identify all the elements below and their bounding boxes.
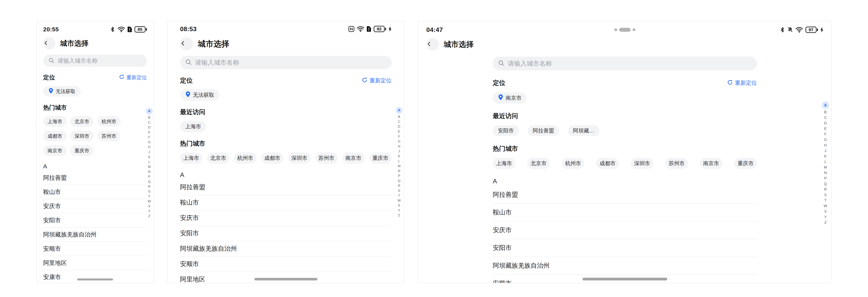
city-list-item[interactable]: 安庆市 xyxy=(493,222,757,239)
hot-city-chip[interactable]: 深圳市 xyxy=(70,131,94,141)
hot-city-chip[interactable]: 苏州市 xyxy=(315,152,338,164)
city-list-item[interactable]: 安阳市 xyxy=(43,213,147,228)
city-list-item[interactable]: 阿里地区 xyxy=(180,272,392,283)
city-list-item[interactable]: 安庆市 xyxy=(180,210,392,226)
recent-city-chip[interactable]: 上海市 xyxy=(180,121,206,132)
index-letter[interactable]: W xyxy=(148,199,151,204)
hot-city-chip[interactable]: 北京市 xyxy=(207,152,229,164)
index-letter-active[interactable]: A xyxy=(822,101,829,109)
hot-city-chip[interactable]: 上海市 xyxy=(493,158,516,169)
index-letter[interactable]: Z xyxy=(824,220,827,225)
index-letter[interactable]: L xyxy=(148,159,150,164)
index-letter[interactable]: D xyxy=(398,124,400,129)
index-letter[interactable]: F xyxy=(148,135,150,140)
hot-city-chip[interactable]: 重庆市 xyxy=(369,152,392,164)
index-letter[interactable]: E xyxy=(824,126,827,131)
back-button[interactable] xyxy=(426,38,439,51)
recent-city-chip[interactable]: 阿坝藏… xyxy=(568,125,599,136)
index-letter[interactable]: Q xyxy=(398,178,400,183)
city-list-item[interactable]: 阿坝藏族羌族自治州 xyxy=(180,241,392,257)
index-letter[interactable]: R xyxy=(398,183,400,188)
index-letter[interactable]: E xyxy=(148,130,150,135)
index-letter[interactable]: R xyxy=(824,187,827,192)
hot-city-chip[interactable]: 深圳市 xyxy=(631,158,653,169)
index-letter[interactable]: P xyxy=(824,175,827,181)
relocate-button[interactable]: 重新定位 xyxy=(362,77,392,85)
index-letter[interactable]: G xyxy=(398,139,400,144)
city-list-item[interactable]: 阿拉善盟 xyxy=(180,180,392,195)
city-list-item[interactable]: 安康市 xyxy=(43,270,147,283)
index-letter[interactable]: N xyxy=(824,170,827,175)
index-letter[interactable]: K xyxy=(398,154,400,159)
hot-city-chip[interactable]: 南京市 xyxy=(342,152,365,164)
index-letter[interactable]: H xyxy=(398,144,400,149)
index-letter[interactable]: S xyxy=(398,188,400,193)
index-letter[interactable]: B xyxy=(824,109,827,115)
index-letter-active[interactable]: A xyxy=(396,107,402,114)
home-indicator[interactable] xyxy=(77,278,113,280)
index-letter[interactable]: T xyxy=(398,193,400,198)
index-letter[interactable]: K xyxy=(824,154,827,159)
index-letter[interactable]: C xyxy=(148,120,150,125)
hot-city-chip[interactable]: 北京市 xyxy=(527,158,550,169)
recent-city-chip[interactable]: 阿拉善盟 xyxy=(528,125,559,136)
hot-city-chip[interactable]: 杭州市 xyxy=(562,158,584,169)
hot-city-chip[interactable]: 重庆市 xyxy=(70,145,94,156)
index-letter[interactable]: T xyxy=(148,194,150,199)
hot-city-chip[interactable]: 杭州市 xyxy=(234,152,256,164)
city-list-item[interactable]: 阿里地区 xyxy=(43,256,147,270)
index-letter[interactable]: J xyxy=(149,150,150,155)
index-letter[interactable]: W xyxy=(398,198,401,203)
location-chip[interactable]: 无法获取 xyxy=(180,89,219,101)
index-letter[interactable]: P xyxy=(398,173,400,178)
hot-city-chip[interactable]: 苏州市 xyxy=(97,131,121,141)
index-letter[interactable]: G xyxy=(148,140,150,145)
hot-city-chip[interactable]: 深圳市 xyxy=(288,152,311,164)
index-letter[interactable]: D xyxy=(824,121,827,126)
hot-city-chip[interactable]: 成都市 xyxy=(261,152,283,164)
search-input[interactable] xyxy=(58,58,142,64)
home-indicator[interactable] xyxy=(583,278,667,280)
index-letter[interactable]: Z xyxy=(148,213,150,219)
city-list-item[interactable]: 阿拉善盟 xyxy=(493,186,757,204)
index-letter[interactable]: J xyxy=(825,148,827,154)
back-button[interactable] xyxy=(43,37,55,50)
hot-city-chip[interactable]: 上海市 xyxy=(43,116,67,127)
index-letter[interactable]: W xyxy=(824,203,827,209)
index-letter[interactable]: R xyxy=(148,184,150,189)
index-letter[interactable]: T xyxy=(824,198,827,203)
index-letter-active[interactable]: A xyxy=(146,108,153,114)
index-letter[interactable]: Q xyxy=(824,181,827,187)
back-button[interactable] xyxy=(180,37,193,50)
city-list-item[interactable]: 安阳市 xyxy=(180,226,392,241)
index-letter[interactable]: M xyxy=(824,165,827,170)
index-letter[interactable]: B xyxy=(398,114,400,119)
city-list-item[interactable]: 鞍山市 xyxy=(43,185,147,199)
index-letter[interactable]: S xyxy=(148,189,150,194)
home-indicator[interactable] xyxy=(254,278,317,280)
index-letter[interactable]: H xyxy=(148,145,150,150)
index-letter[interactable]: Y xyxy=(398,208,400,213)
relocate-button[interactable]: 重新定位 xyxy=(119,74,147,81)
index-letter[interactable]: Y xyxy=(148,209,150,213)
hot-city-chip[interactable]: 南京市 xyxy=(700,158,722,169)
index-letter[interactable]: N xyxy=(398,168,400,173)
index-letter[interactable]: X xyxy=(148,204,150,209)
index-letter[interactable]: K xyxy=(148,155,150,159)
index-letter[interactable]: F xyxy=(824,131,827,137)
city-list-item[interactable]: 阿坝藏族羌族自治州 xyxy=(493,257,757,275)
index-letter[interactable]: P xyxy=(148,174,150,179)
index-letter[interactable]: M xyxy=(148,164,151,169)
index-letter[interactable]: L xyxy=(398,159,400,164)
index-letter[interactable]: N xyxy=(148,169,150,174)
index-letter[interactable]: S xyxy=(824,192,827,198)
index-letter[interactable]: M xyxy=(398,164,401,168)
city-list-item[interactable]: 阿坝藏族羌族自治州 xyxy=(43,228,147,242)
index-letter[interactable]: Z xyxy=(398,213,400,218)
hot-city-chip[interactable]: 成都市 xyxy=(43,131,67,141)
index-letter[interactable]: X xyxy=(398,203,400,208)
index-letter[interactable]: L xyxy=(825,159,827,165)
hot-city-chip[interactable]: 南京市 xyxy=(43,145,67,156)
city-list-item[interactable]: 安顺市 xyxy=(180,257,392,272)
city-list-item[interactable]: 阿拉善盟 xyxy=(43,171,147,185)
